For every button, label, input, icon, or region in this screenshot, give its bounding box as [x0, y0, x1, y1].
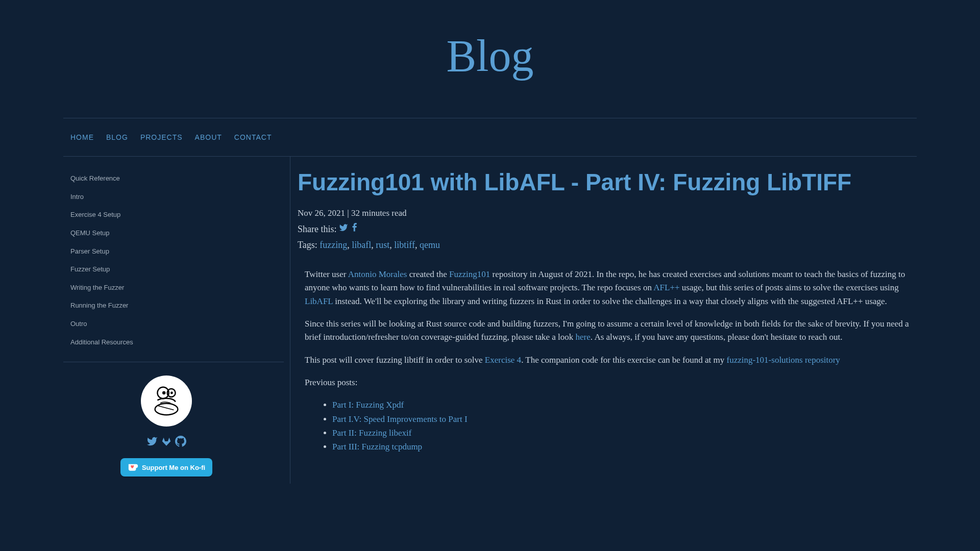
toc-item-additional-resources[interactable]: Additional Resources	[70, 338, 133, 346]
svg-point-4	[170, 392, 173, 394]
tag-fuzzing[interactable]: fuzzing	[320, 240, 347, 250]
facebook-icon	[350, 223, 359, 232]
paragraph-1: Twitter user Antonio Morales created the…	[305, 268, 911, 308]
toc-item-outro[interactable]: Outro	[70, 320, 87, 328]
toc-item-fuzzer-setup[interactable]: Fuzzer Setup	[70, 265, 110, 273]
toc-item-running-fuzzer[interactable]: Running the Fuzzer	[70, 302, 128, 309]
paragraph-3: This post will cover fuzzing libtiff in …	[305, 354, 911, 367]
author-section: Support Me on Ko-fi	[63, 362, 290, 477]
kofi-button[interactable]: Support Me on Ko-fi	[120, 458, 212, 477]
link-antonio-morales[interactable]: Antonio Morales	[348, 269, 407, 279]
link-part-3[interactable]: Part III: Fuzzing tcpdump	[332, 442, 422, 452]
tag-libtiff[interactable]: libtiff	[394, 240, 415, 250]
link-libafl[interactable]: LibAFL	[305, 296, 333, 306]
nav-projects[interactable]: PROJECTS	[140, 132, 183, 143]
social-icons	[63, 436, 270, 447]
toc-item-qemu-setup[interactable]: QEMU Setup	[70, 229, 110, 237]
nav-blog[interactable]: BLOG	[106, 132, 128, 143]
post-read-time: 32 minutes read	[351, 208, 407, 218]
table-of-contents: Quick Reference Intro Exercise 4 Setup Q…	[63, 169, 290, 350]
tag-rust[interactable]: rust	[376, 240, 389, 250]
tags-label: Tags:	[298, 240, 317, 250]
link-here[interactable]: here	[576, 332, 591, 342]
github-icon	[175, 436, 186, 447]
paragraph-2: Since this series will be looking at Rus…	[305, 317, 911, 344]
tag-libafl[interactable]: libafl	[352, 240, 371, 250]
post-date: Nov 26, 2021	[298, 208, 345, 218]
kofi-label: Support Me on Ko-fi	[142, 464, 205, 471]
main-nav: HOME BLOG PROJECTS ABOUT CONTACT	[63, 118, 917, 156]
gitlab-icon	[161, 436, 172, 447]
post-meta: Nov 26, 2021 | 32 minutes read	[298, 206, 911, 220]
twitter-icon	[146, 436, 158, 447]
tag-qemu[interactable]: qemu	[420, 240, 440, 250]
avatar-image	[146, 381, 187, 421]
toc-item-quick-reference[interactable]: Quick Reference	[70, 174, 120, 182]
twitter-icon	[339, 223, 348, 232]
post-title: Fuzzing101 with LibAFL - Part IV: Fuzzin…	[298, 169, 911, 196]
link-exercise-4[interactable]: Exercise 4	[485, 355, 521, 365]
link-part-1v[interactable]: Part I.V: Speed Improvements to Part I	[332, 414, 468, 424]
previous-posts-label: Previous posts:	[305, 376, 911, 389]
nav-about[interactable]: ABOUT	[195, 132, 222, 143]
list-item: Part II: Fuzzing libexif	[332, 427, 911, 440]
link-aflpp[interactable]: AFL++	[653, 283, 679, 292]
toc-item-parser-setup[interactable]: Parser Setup	[70, 247, 109, 255]
twitter-link[interactable]	[146, 436, 158, 447]
sidebar: Quick Reference Intro Exercise 4 Setup Q…	[63, 157, 290, 483]
nav-contact[interactable]: CONTACT	[234, 132, 272, 143]
link-solutions-repo[interactable]: fuzzing-101-solutions repository	[726, 355, 840, 365]
share-facebook[interactable]	[350, 222, 359, 237]
list-item: Part I: Fuzzing Xpdf	[332, 398, 911, 412]
page-title: Blog	[0, 0, 980, 118]
list-item: Part I.V: Speed Improvements to Part I	[332, 413, 911, 426]
share-line: Share this:	[298, 222, 911, 237]
github-link[interactable]	[175, 436, 186, 447]
link-part-1[interactable]: Part I: Fuzzing Xpdf	[332, 400, 404, 410]
kofi-cup-icon	[128, 463, 139, 471]
previous-posts-list: Part I: Fuzzing Xpdf Part I.V: Speed Imp…	[305, 398, 911, 454]
tags-line: Tags: fuzzing, libafl, rust, libtiff, qe…	[298, 238, 911, 253]
avatar	[141, 375, 192, 427]
toc-item-intro[interactable]: Intro	[70, 193, 84, 201]
share-twitter[interactable]	[339, 222, 348, 237]
link-fuzzing101[interactable]: Fuzzing101	[449, 269, 490, 279]
post-body: Twitter user Antonio Morales created the…	[298, 268, 911, 454]
toc-item-exercise-setup[interactable]: Exercise 4 Setup	[70, 211, 120, 218]
nav-home[interactable]: HOME	[70, 132, 94, 143]
link-part-2[interactable]: Part II: Fuzzing libexif	[332, 428, 411, 438]
main-content: Fuzzing101 with LibAFL - Part IV: Fuzzin…	[290, 157, 917, 483]
svg-point-3	[162, 391, 165, 394]
gitlab-link[interactable]	[161, 436, 172, 447]
list-item: Part III: Fuzzing tcpdump	[332, 440, 911, 454]
toc-item-writing-fuzzer[interactable]: Writing the Fuzzer	[70, 284, 124, 291]
share-label: Share this:	[298, 222, 337, 237]
